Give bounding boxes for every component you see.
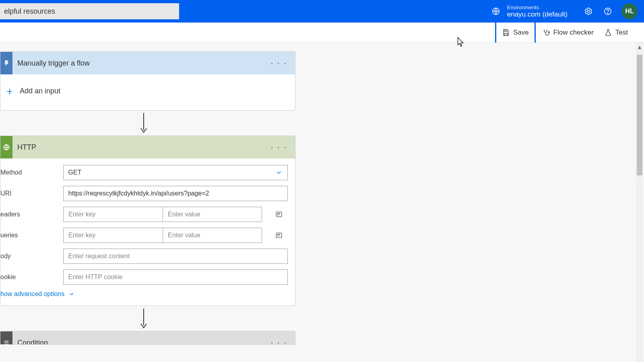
help-button[interactable] — [601, 4, 615, 19]
save-label: Save — [513, 29, 529, 37]
app-topbar: Environments enayu.com (default) HL — [0, 0, 644, 23]
save-button[interactable]: Save — [495, 20, 536, 43]
editor-toolbar: Save Flow checker Test — [0, 23, 644, 43]
avatar[interactable]: HL — [621, 3, 638, 19]
settings-button[interactable] — [581, 4, 596, 19]
save-icon — [502, 29, 510, 37]
environment-value: enayu.com (default) — [507, 10, 568, 19]
test-label: Test — [615, 29, 628, 37]
search-input[interactable] — [0, 3, 179, 19]
environment-picker[interactable]: Environments enayu.com (default) — [507, 4, 568, 19]
flow-checker-button[interactable]: Flow checker — [538, 26, 598, 39]
flask-icon — [604, 29, 612, 37]
svg-point-4 — [548, 31, 549, 33]
stethoscope-icon — [542, 29, 550, 37]
flow-checker-label: Flow checker — [553, 29, 594, 37]
svg-point-3 — [607, 13, 608, 13]
test-button[interactable]: Test — [600, 26, 632, 39]
avatar-initials: HL — [625, 8, 634, 15]
globe-icon — [490, 6, 502, 17]
environment-label: Environments — [507, 4, 568, 10]
svg-point-1 — [587, 10, 590, 12]
